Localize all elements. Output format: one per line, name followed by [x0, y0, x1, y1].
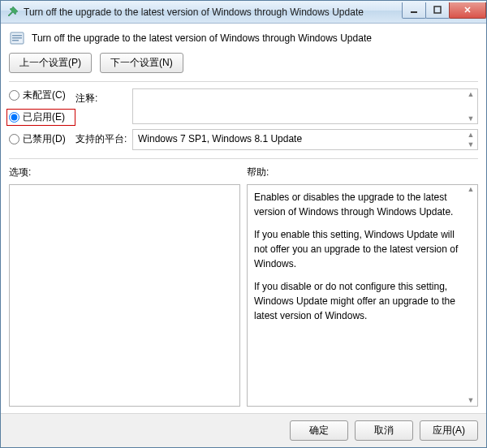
fields-column: 注释: ▲ ▼ 支持的平台: Windows 7 SP1, Windows 8.… [75, 88, 478, 155]
prev-setting-button[interactable]: 上一个设置(P) [9, 53, 92, 73]
dialog-window: Turn off the upgrade to the latest versi… [0, 0, 487, 448]
policy-header: Turn off the upgrade to the latest versi… [9, 30, 478, 46]
svg-rect-1 [434, 6, 441, 13]
comment-textbox[interactable]: ▲ ▼ [132, 88, 478, 124]
radio-enabled-label: 已启用(E) [23, 110, 65, 124]
scroll-down-icon[interactable]: ▼ [464, 114, 477, 123]
svg-rect-4 [12, 37, 22, 39]
radio-not-configured-label: 未配置(C) [23, 88, 66, 102]
help-para: If you enable this setting, Windows Upda… [254, 227, 463, 271]
divider [9, 81, 478, 82]
options-label: 选项: [9, 166, 240, 179]
svg-rect-5 [12, 40, 19, 41]
radio-disabled-input[interactable] [9, 134, 19, 144]
scroll-up-icon[interactable]: ▲ [464, 89, 477, 99]
radio-disabled-label: 已禁用(D) [23, 132, 66, 146]
help-scroll: ▲ ▼ [464, 185, 477, 406]
policy-icon [9, 30, 25, 46]
close-button[interactable] [449, 2, 486, 19]
apply-button[interactable]: 应用(A) [420, 420, 478, 441]
radio-enabled-input[interactable] [9, 112, 19, 123]
window-controls [403, 2, 486, 19]
platforms-scroll: ▲ ▼ [464, 130, 477, 149]
platforms-value: Windows 7 SP1, Windows 8.1 Update [138, 133, 302, 144]
help-column: 帮助: Enables or disables the upgrade to t… [247, 166, 478, 407]
radio-disabled[interactable]: 已禁用(D) [9, 132, 75, 146]
cancel-button[interactable]: 取消 [355, 420, 413, 441]
policy-title: Turn off the upgrade to the latest versi… [32, 32, 372, 44]
scroll-down-icon[interactable]: ▼ [464, 396, 477, 406]
maximize-button[interactable] [425, 2, 450, 19]
radio-enabled[interactable]: 已启用(E) [6, 109, 75, 126]
help-para: Enables or disables the upgrade to the l… [254, 190, 463, 219]
help-panel: Enables or disables the upgrade to the l… [247, 184, 478, 407]
platforms-field: 支持的平台: Windows 7 SP1, Windows 8.1 Update… [75, 129, 478, 150]
options-column: 选项: [9, 166, 240, 407]
radio-not-configured[interactable]: 未配置(C) [9, 88, 75, 102]
platforms-label: 支持的平台: [75, 129, 132, 150]
scroll-up-icon[interactable]: ▲ [464, 185, 477, 195]
scroll-up-icon[interactable]: ▲ [464, 130, 477, 140]
scroll-down-icon[interactable]: ▼ [464, 140, 477, 149]
comment-scroll: ▲ ▼ [464, 89, 477, 123]
comment-field: 注释: ▲ ▼ [75, 88, 478, 124]
config-area: 未配置(C) 已启用(E) 已禁用(D) 注释: ▲ [9, 88, 478, 155]
window-title: Turn off the upgrade to the latest versi… [24, 6, 403, 18]
next-setting-button[interactable]: 下一个设置(N) [100, 53, 183, 73]
minimize-button[interactable] [402, 2, 426, 19]
comment-label: 注释: [75, 88, 132, 124]
radio-column: 未配置(C) 已启用(E) 已禁用(D) [9, 88, 75, 155]
options-panel [9, 184, 240, 407]
pushpin-icon [6, 6, 19, 19]
radio-not-configured-input[interactable] [9, 90, 19, 101]
help-label: 帮助: [247, 166, 478, 179]
nav-buttons: 上一个设置(P) 下一个设置(N) [9, 53, 478, 73]
help-para: If you disable or do not configure this … [254, 279, 463, 323]
lower-panels: 选项: 帮助: Enables or disables the upgrade … [9, 166, 478, 407]
content-area: Turn off the upgrade to the latest versi… [1, 24, 486, 413]
footer: 确定 取消 应用(A) [1, 413, 486, 447]
divider [9, 158, 478, 159]
platforms-textbox: Windows 7 SP1, Windows 8.1 Update ▲ ▼ [132, 129, 478, 150]
titlebar[interactable]: Turn off the upgrade to the latest versi… [1, 1, 486, 24]
ok-button[interactable]: 确定 [290, 420, 348, 441]
svg-rect-0 [411, 11, 417, 13]
svg-rect-3 [12, 35, 22, 37]
